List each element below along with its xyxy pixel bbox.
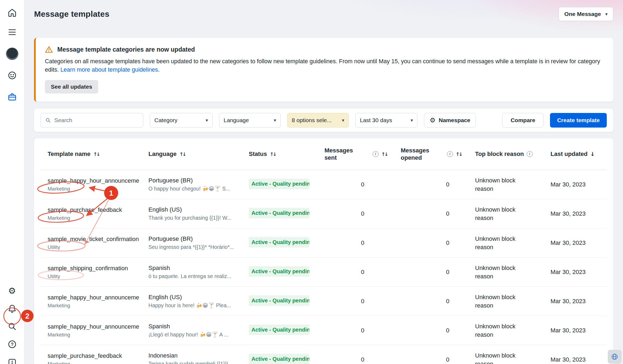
status-cell: Active - Quality pendin bbox=[249, 325, 324, 336]
briefcase-icon[interactable] bbox=[6, 91, 18, 103]
search-icon[interactable] bbox=[6, 320, 18, 333]
last-updated: Mar 30, 2023 bbox=[551, 239, 607, 246]
sticker-smiley-icon[interactable] bbox=[6, 69, 18, 82]
template-name: sample_purchase_feedback bbox=[48, 206, 148, 213]
info-icon[interactable]: i bbox=[527, 151, 533, 157]
globe-button[interactable] bbox=[608, 350, 621, 363]
messages-opened-value: 0 bbox=[401, 298, 475, 305]
date-range-dropdown[interactable]: Last 30 days ▾ bbox=[355, 113, 417, 128]
column-header-messages-sent[interactable]: Messages sent i ↑↓ bbox=[324, 147, 401, 161]
message-preview: O happy hour chegou! 🍻😀🍸 S... bbox=[148, 186, 239, 192]
table-row[interactable]: sample_happy_hour_announceme Marketing E… bbox=[41, 287, 607, 316]
namespace-button[interactable]: ⚙ Namespace bbox=[424, 113, 476, 128]
notifications-bell-icon[interactable] bbox=[6, 302, 18, 315]
avatar-image bbox=[6, 48, 18, 60]
status-cell: Active - Quality pendin bbox=[249, 179, 324, 190]
table-row[interactable]: sample_shipping_confirmation Utility Spa… bbox=[41, 258, 607, 287]
status-cell: Active - Quality pendin bbox=[249, 354, 324, 364]
column-header-template-name[interactable]: Template name ↑↓ bbox=[41, 151, 148, 158]
chevron-down-icon: ▾ bbox=[605, 12, 608, 16]
info-icon[interactable]: i bbox=[447, 151, 453, 157]
message-preview: Terima kasih sudah membeli {{1}}!... bbox=[148, 361, 239, 364]
status-badge: Active - Quality pendin bbox=[249, 208, 309, 218]
messages-sent-value: 0 bbox=[324, 327, 401, 334]
home-icon[interactable] bbox=[6, 6, 18, 19]
messages-sent-value: 0 bbox=[324, 356, 401, 363]
messages-opened-value: 0 bbox=[401, 269, 475, 276]
menu-icon[interactable] bbox=[6, 26, 18, 38]
search-input[interactable] bbox=[54, 117, 139, 123]
status-cell: Active - Quality pendin bbox=[249, 295, 324, 307]
messages-opened-value: 0 bbox=[401, 239, 475, 246]
feedback-icon[interactable] bbox=[6, 356, 18, 364]
avatar[interactable] bbox=[6, 48, 18, 60]
block-reason: Unknown block reason bbox=[475, 176, 531, 193]
template-category: Marketing bbox=[48, 303, 148, 309]
language-cell: Portuguese (BR) O happy hour chegou! 🍻😀🍸… bbox=[148, 177, 249, 192]
template-name: sample_shipping_confirmation bbox=[48, 265, 148, 272]
category-dropdown[interactable]: Category ▾ bbox=[150, 113, 213, 128]
status-badge: Active - Quality pendin bbox=[249, 179, 309, 189]
block-reason: Unknown block reason bbox=[475, 351, 531, 364]
create-template-button[interactable]: Create template bbox=[550, 113, 607, 128]
date-range-label: Last 30 days bbox=[360, 117, 392, 123]
message-preview: Happy hour is here! 🍻😀🍸 Plea... bbox=[148, 302, 239, 309]
column-header-language[interactable]: Language ↑↓ bbox=[148, 151, 249, 158]
language-cell: Indonesian Terima kasih sudah membeli {{… bbox=[148, 352, 249, 364]
table-row[interactable]: sample_happy_hour_announceme Marketing P… bbox=[41, 170, 607, 199]
template-name-cell: sample_happy_hour_announceme Marketing bbox=[41, 323, 148, 338]
template-category: Marketing bbox=[48, 215, 148, 221]
table-row[interactable]: sample_purchase_feedback Marketing Indon… bbox=[41, 345, 607, 364]
template-category: Marketing bbox=[48, 361, 148, 364]
table-header-row: Template name ↑↓ Language ↑↓ Status ↑↓ M… bbox=[41, 138, 607, 170]
chevron-down-icon: ▾ bbox=[274, 118, 276, 123]
main-content: Message templates One Message ▾ Message … bbox=[24, 0, 623, 364]
status-badge: Active - Quality pendin bbox=[249, 295, 309, 306]
status-filter-dropdown[interactable]: 8 options sele... ▾ bbox=[287, 113, 349, 128]
sort-icon: ↑↓ bbox=[93, 151, 99, 157]
column-header-last-updated[interactable]: Last updated ↓ bbox=[551, 151, 607, 158]
block-reason: Unknown block reason bbox=[475, 322, 531, 339]
sort-desc-icon: ↓ bbox=[590, 151, 595, 157]
account-selector-button[interactable]: One Message ▾ bbox=[559, 7, 613, 21]
template-name: sample_happy_hour_announceme bbox=[48, 294, 148, 301]
sort-icon: ↑↓ bbox=[179, 151, 185, 157]
language-cell: Spanish ¡Llegó el happy hour! 🍻😀🍸 A ... bbox=[148, 323, 249, 338]
see-all-updates-button[interactable]: See all updates bbox=[45, 80, 98, 93]
banner-body: Categories on all message templates have… bbox=[45, 57, 604, 74]
warning-icon bbox=[45, 45, 53, 54]
info-icon[interactable]: i bbox=[373, 151, 379, 157]
messages-opened-value: 0 bbox=[401, 356, 475, 363]
table-row[interactable]: sample_movie_ticket_confirmation Utility… bbox=[41, 228, 607, 258]
status-badge: Active - Quality pendin bbox=[249, 325, 309, 335]
column-header-top-block-reason[interactable]: Top block reason i bbox=[475, 151, 551, 158]
settings-gear-icon[interactable]: ⚙ bbox=[6, 285, 18, 297]
row-language: Portuguese (BR) bbox=[148, 235, 249, 242]
globe-icon bbox=[611, 353, 618, 360]
template-name: sample_purchase_feedback bbox=[48, 352, 148, 359]
column-header-status[interactable]: Status ↑↓ bbox=[249, 151, 324, 158]
block-reason: Unknown block reason bbox=[475, 293, 531, 310]
last-updated: Mar 30, 2023 bbox=[551, 210, 607, 217]
category-dropdown-label: Category bbox=[154, 117, 177, 123]
banner-title: Message template categories are now upda… bbox=[57, 46, 195, 53]
language-dropdown[interactable]: Language ▾ bbox=[219, 113, 281, 128]
block-reason: Unknown block reason bbox=[475, 205, 531, 222]
language-cell: Portuguese (BR) Seu ingresso para *{{1}}… bbox=[148, 235, 249, 250]
table-row[interactable]: sample_happy_hour_announceme Marketing S… bbox=[41, 316, 607, 345]
search-box bbox=[41, 113, 143, 128]
table-row[interactable]: sample_purchase_feedback Marketing Engli… bbox=[41, 199, 607, 228]
banner-link[interactable]: Learn more about template guidelines bbox=[60, 66, 158, 73]
last-updated: Mar 30, 2023 bbox=[551, 327, 607, 334]
help-icon[interactable]: ? bbox=[6, 338, 18, 350]
template-name: sample_movie_ticket_confirmation bbox=[48, 236, 148, 243]
compare-button[interactable]: Compare bbox=[502, 113, 544, 128]
column-header-messages-opened[interactable]: Messages opened i ↑↓ bbox=[401, 147, 475, 161]
template-category: Utility bbox=[48, 273, 148, 279]
account-selector-label: One Message bbox=[564, 11, 601, 17]
chevron-down-icon: ▾ bbox=[410, 118, 413, 123]
namespace-label: Namespace bbox=[439, 117, 470, 123]
messages-sent-value: 0 bbox=[324, 239, 401, 246]
chevron-down-icon: ▾ bbox=[342, 118, 344, 123]
row-language: English (US) bbox=[148, 206, 249, 213]
